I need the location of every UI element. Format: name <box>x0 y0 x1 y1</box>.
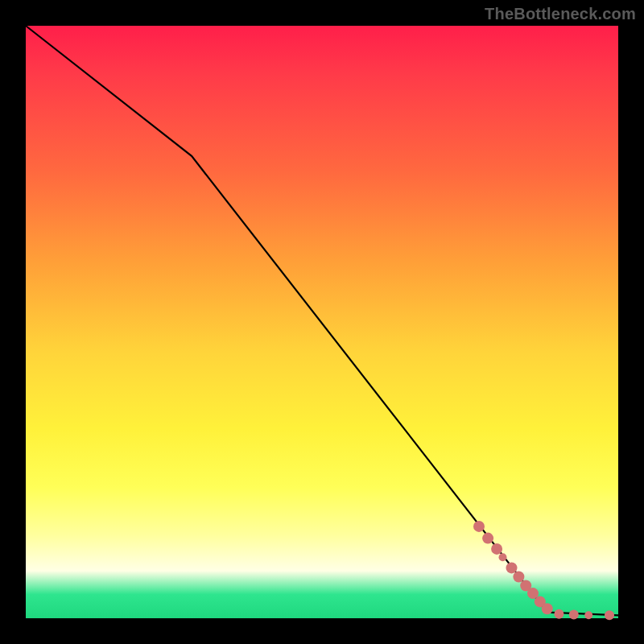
data-marker <box>482 533 493 544</box>
data-marker <box>554 609 564 619</box>
watermark-text: TheBottleneck.com <box>485 5 636 23</box>
trend-line <box>26 26 618 615</box>
chart-svg <box>26 26 618 618</box>
chart-frame: TheBottleneck.com <box>0 0 644 644</box>
data-marker <box>605 610 614 620</box>
data-marker <box>506 562 518 573</box>
data-marker <box>513 572 524 583</box>
marker-group <box>473 521 614 620</box>
data-marker <box>569 610 579 620</box>
data-marker <box>491 543 502 555</box>
data-marker <box>499 553 507 561</box>
data-marker <box>473 521 485 532</box>
data-marker <box>584 611 592 619</box>
data-marker <box>542 603 553 614</box>
plot-area <box>26 26 618 618</box>
